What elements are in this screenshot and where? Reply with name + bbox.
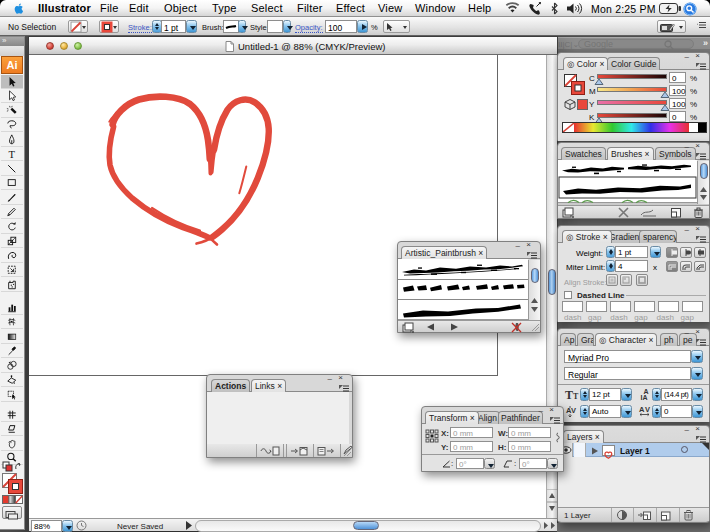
svg-text:V: V	[645, 405, 650, 414]
svg-text:T: T	[9, 149, 16, 160]
svg-text:V: V	[571, 406, 576, 415]
svg-text:IA: IA	[641, 394, 648, 401]
